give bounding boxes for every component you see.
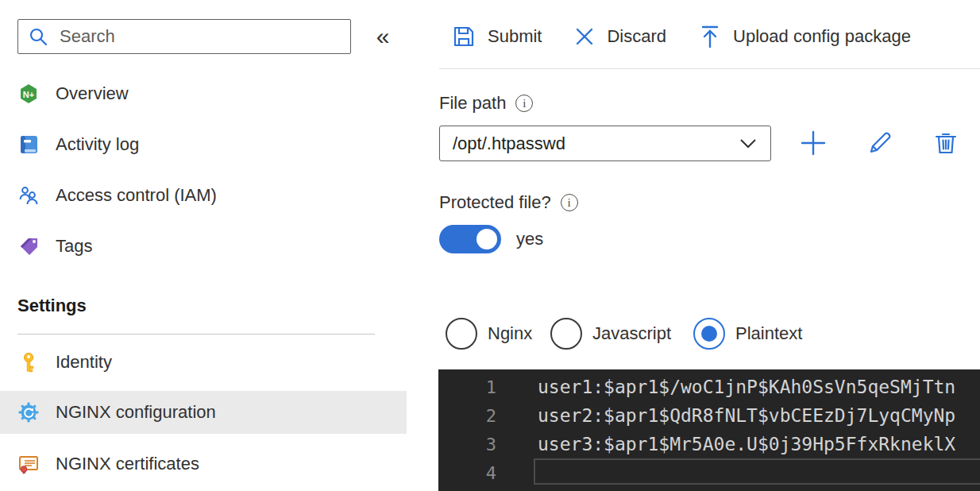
- editor-line: 2 user2:$apr1$QdR8fNLT$vbCEEzDj7LyqCMyNp: [438, 401, 980, 430]
- radio-circle-icon: [550, 318, 582, 350]
- collapse-sidebar-icon[interactable]: «: [367, 21, 399, 52]
- info-icon[interactable]: [561, 194, 578, 211]
- upload-label: Upload config package: [733, 26, 911, 47]
- delete-file-button[interactable]: [930, 127, 962, 159]
- nginx-overview-icon: N+: [17, 83, 40, 105]
- file-path-field-label: File path: [439, 93, 533, 114]
- add-file-button[interactable]: [797, 127, 829, 159]
- upload-icon: [698, 24, 722, 49]
- sidebar-item-label: Overview: [56, 83, 129, 104]
- search-icon: [28, 26, 48, 47]
- radio-circle-icon: [446, 318, 477, 350]
- line-number: 4: [438, 463, 496, 483]
- radio-label: Javascript: [592, 323, 671, 344]
- radio-javascript[interactable]: Javascript: [550, 318, 671, 350]
- line-text: user1:$apr1$/woC1jnP$KAh0SsVn5qeSMjTtn: [538, 377, 955, 397]
- config-code-editor[interactable]: 1 user1:$apr1$/woC1jnP$KAh0SsVn5qeSMjTtn…: [438, 369, 980, 491]
- settings-divider: [17, 334, 375, 334]
- sidebar-item-label: Activity log: [56, 134, 139, 155]
- toggle-knob: [476, 229, 497, 249]
- line-number: 3: [438, 435, 496, 454]
- certificate-icon: [17, 453, 40, 475]
- file-path-dropdown[interactable]: /opt/.htpasswd: [439, 126, 771, 161]
- radio-label: Plaintext: [735, 323, 802, 344]
- radio-circle-selected-icon: [693, 318, 725, 350]
- chevron-down-icon: [739, 137, 758, 150]
- submit-label: Submit: [488, 26, 542, 47]
- line-text: user2:$apr1$QdR8fNLT$vbCEEzDj7LyqCMyNp: [538, 405, 955, 426]
- file-path-label: File path: [439, 93, 506, 114]
- sidebar-item-label: NGINX configuration: [56, 402, 216, 423]
- tags-icon: [17, 235, 40, 257]
- toggle-state-label: yes: [516, 229, 543, 249]
- radio-label: Nginx: [488, 323, 532, 344]
- protected-file-label: Protected file?: [439, 192, 551, 213]
- info-icon[interactable]: [515, 95, 533, 112]
- sidebar-item-overview[interactable]: N+ Overview: [0, 72, 407, 115]
- access-control-icon: [17, 184, 40, 207]
- toolbar-divider: [439, 68, 980, 69]
- discard-label: Discard: [607, 26, 666, 47]
- search-input[interactable]: [60, 26, 341, 47]
- sidebar-item-label: Access control (IAM): [56, 185, 217, 206]
- key-icon: [17, 351, 40, 373]
- sidebar-item-identity[interactable]: Identity: [0, 341, 407, 384]
- svg-text:N+: N+: [23, 90, 34, 99]
- line-number: 1: [438, 377, 496, 397]
- sidebar-item-tags[interactable]: Tags: [0, 225, 407, 268]
- radio-plaintext[interactable]: Plaintext: [693, 318, 802, 350]
- sidebar-search[interactable]: [17, 19, 351, 54]
- editor-line: 3 user3:$apr1$Mr5A0e.U$0j39Hp5FfxRkneklX: [438, 430, 980, 458]
- settings-section-header: Settings: [17, 296, 87, 316]
- sidebar-item-access-control[interactable]: Access control (IAM): [0, 174, 407, 217]
- discard-button[interactable]: Discard: [573, 25, 666, 48]
- command-bar: Submit Discard Upload config package: [451, 19, 911, 54]
- editor-line: 1 user1:$apr1$/woC1jnP$KAh0SsVn5qeSMjTtn: [438, 373, 980, 401]
- radio-nginx[interactable]: Nginx: [446, 318, 532, 350]
- gear-sync-icon: [17, 401, 40, 423]
- submit-button[interactable]: Submit: [451, 24, 542, 49]
- sidebar-item-label: Tags: [56, 236, 92, 257]
- sidebar-item-nginx-configuration[interactable]: NGINX configuration: [0, 391, 407, 434]
- edit-file-button[interactable]: [864, 127, 896, 159]
- sidebar-item-nginx-certificates[interactable]: NGINX certificates: [0, 443, 407, 485]
- sidebar-item-label: NGINX certificates: [56, 454, 199, 474]
- close-icon: [573, 25, 596, 48]
- line-text: user3:$apr1$Mr5A0e.U$0j39Hp5FfxRkneklX: [538, 434, 955, 454]
- sidebar-item-label: Identity: [56, 352, 112, 373]
- protected-file-field-label: Protected file?: [439, 192, 578, 213]
- line-number: 2: [438, 406, 496, 426]
- save-icon: [451, 24, 476, 49]
- file-path-value: /opt/.htpasswd: [453, 133, 565, 154]
- sidebar-item-activity-log[interactable]: Activity log: [0, 123, 407, 166]
- upload-config-package-button[interactable]: Upload config package: [698, 24, 911, 49]
- protected-file-toggle[interactable]: [439, 225, 501, 253]
- current-line-highlight: [534, 458, 980, 485]
- activity-log-icon: [17, 133, 40, 156]
